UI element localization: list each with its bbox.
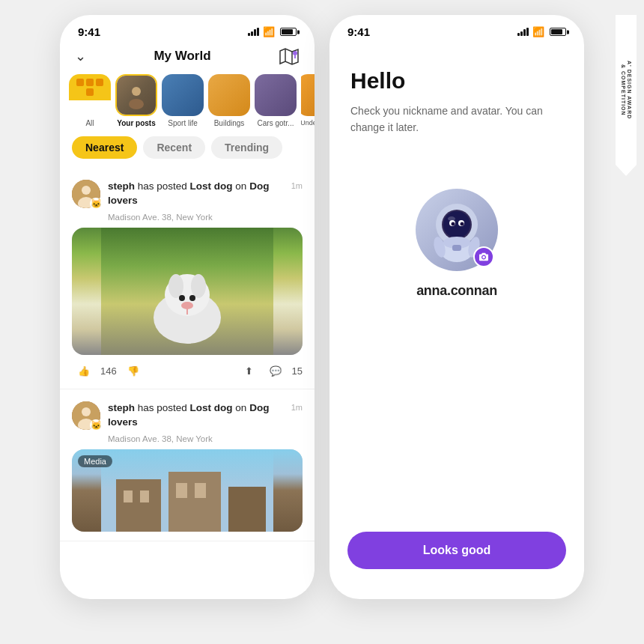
svg-point-38 — [448, 216, 455, 221]
post-card-1: 🐱 steph has posted Lost dog on Dog lover… — [60, 171, 315, 389]
avatar-1: 🐱 — [72, 180, 100, 208]
svg-rect-22 — [124, 490, 133, 502]
category-buildings[interactable]: Buildings — [208, 74, 250, 127]
svg-rect-20 — [168, 472, 221, 532]
battery-icon — [280, 28, 297, 36]
tab-nearest[interactable]: Nearest — [72, 136, 137, 159]
status-bar-left: 9:41 📶 — [60, 15, 315, 44]
tab-trending[interactable]: Trending — [211, 136, 282, 159]
left-phone: 9:41 📶 ⌄ My World — [60, 15, 315, 599]
your-posts-image — [117, 76, 156, 115]
category-under-label: Under... — [301, 119, 315, 127]
username-display: anna.connan — [416, 283, 497, 299]
post-subject-2: Lost dog — [190, 402, 233, 413]
media-badge: Media — [78, 455, 112, 467]
svg-point-0 — [293, 51, 297, 55]
status-icons-right: 📶 — [517, 26, 566, 37]
status-icons-left: 📶 — [248, 26, 297, 37]
thumbs-up-icon: 👍 — [78, 365, 90, 377]
svg-point-2 — [129, 99, 144, 109]
back-chevron[interactable]: ⌄ — [75, 48, 86, 64]
svg-rect-23 — [140, 490, 149, 502]
like-button[interactable]: 👍 — [72, 362, 96, 380]
svg-point-12 — [189, 295, 195, 301]
award-banner: A' DESIGN AWARD& COMPETITION — [616, 15, 637, 165]
sport-thumb — [162, 74, 204, 116]
category-all[interactable]: All — [69, 74, 111, 127]
post-prep-2: on — [235, 402, 249, 413]
like-count: 146 — [100, 365, 117, 377]
post-time-2: 1m — [291, 401, 303, 412]
battery-icon-right — [550, 28, 566, 36]
category-cars-label: Cars gotr... — [258, 119, 294, 127]
dog-photo — [72, 228, 303, 355]
post-title-2: steph has posted Lost dog on Dog lovers — [108, 401, 284, 430]
hello-description: Check you nickname and avatar. You can c… — [350, 103, 563, 136]
post-action-1: has posted — [138, 180, 190, 192]
all-grid-icon — [69, 74, 111, 100]
post-location-1: Madison Ave. 38, New York — [60, 213, 315, 228]
post-header-1: 🐱 steph has posted Lost dog on Dog lover… — [60, 171, 315, 213]
looks-good-button[interactable]: Looks good — [347, 532, 566, 569]
svg-point-9 — [168, 274, 183, 298]
tab-recent[interactable]: Recent — [143, 136, 205, 159]
wifi-icon: 📶 — [263, 26, 275, 37]
camera-icon[interactable] — [473, 246, 494, 267]
page-title: My World — [154, 49, 210, 64]
category-under[interactable]: Under... — [301, 74, 315, 127]
thumbs-down-icon: 👎 — [127, 365, 139, 377]
svg-point-4 — [82, 186, 91, 195]
avatar-section: anna.connan — [329, 181, 584, 321]
categories-row: All Your posts Sp — [60, 74, 315, 136]
post-location-2: Madison Ave. 38, New York — [60, 434, 315, 449]
post-card-2: 🐱 steph has posted Lost dog on Dog lover… — [60, 392, 315, 541]
svg-rect-21 — [228, 487, 266, 532]
comment-icon: 💬 — [270, 365, 282, 377]
category-sport[interactable]: Sport life — [162, 74, 204, 127]
avatar-2: 🐱 — [72, 401, 100, 430]
your-posts-thumb — [115, 74, 157, 116]
post-action-2: has posted — [138, 402, 190, 413]
map-icon[interactable] — [279, 47, 300, 65]
profile-avatar[interactable] — [416, 189, 498, 271]
post-image-1[interactable] — [72, 228, 303, 355]
buildings-thumb — [208, 74, 250, 116]
bottom-section: Looks good — [347, 532, 566, 569]
svg-point-31 — [452, 222, 455, 225]
cars-image — [255, 74, 297, 116]
cars-thumb — [255, 74, 297, 116]
svg-rect-24 — [176, 483, 187, 498]
post-image-2[interactable]: Media — [72, 449, 303, 532]
category-buildings-label: Buildings — [214, 119, 245, 127]
time-left: 9:41 — [78, 25, 100, 38]
comment-count: 15 — [292, 365, 303, 377]
svg-point-32 — [461, 222, 464, 225]
svg-point-11 — [179, 295, 185, 301]
under-image — [301, 74, 315, 116]
avatar-emoji-2: 🐱 — [90, 419, 102, 431]
post-prep-1: on — [235, 180, 249, 192]
status-bar-right: 9:41 📶 — [329, 15, 584, 44]
right-phone: 9:41 📶 Hello Check you nickname and avat… — [329, 15, 584, 599]
svg-point-28 — [443, 211, 470, 238]
share-button[interactable]: ⬆ — [239, 362, 259, 380]
share-icon: ⬆ — [245, 365, 253, 377]
svg-point-10 — [191, 274, 206, 298]
category-sport-label: Sport life — [168, 119, 197, 127]
signal-icon-right — [517, 28, 529, 36]
header-left: ⌄ My World — [60, 44, 315, 74]
dislike-button[interactable]: 👎 — [121, 362, 145, 380]
svg-rect-37 — [452, 245, 461, 251]
award-text: A' DESIGN AWARD& COMPETITION — [620, 61, 633, 119]
post-meta-1: steph has posted Lost dog on Dog lovers — [108, 180, 284, 208]
comment-button[interactable]: 💬 — [264, 362, 288, 380]
svg-rect-25 — [195, 483, 206, 498]
post-header-2: 🐱 steph has posted Lost dog on Dog lover… — [60, 392, 315, 434]
category-cars[interactable]: Cars gotr... — [255, 74, 297, 127]
under-thumb — [301, 74, 315, 116]
category-your-posts[interactable]: Your posts — [115, 74, 157, 127]
post-author-2: steph — [108, 402, 135, 413]
time-right: 9:41 — [347, 25, 370, 38]
category-all-label: All — [85, 119, 94, 127]
post-subject-1: Lost dog — [190, 180, 233, 192]
